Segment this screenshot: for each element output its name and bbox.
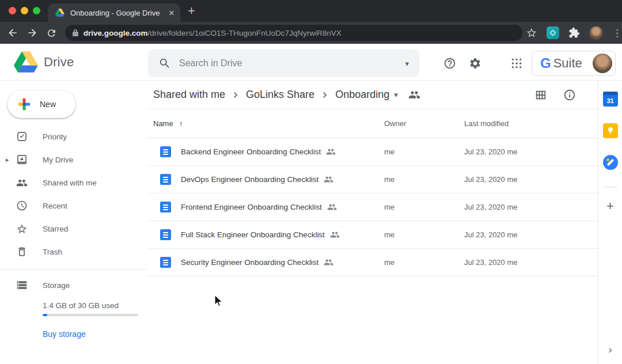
trash-icon [16,246,28,257]
sidebar-divider [0,269,147,270]
new-button[interactable]: New [7,90,75,118]
window-close-button[interactable] [9,7,16,14]
extension-badge-icon[interactable] [547,26,559,39]
info-icon[interactable] [563,89,576,101]
shared-people-icon [327,202,337,212]
window-controls [9,7,40,14]
toolbar-right: ⋮ [526,26,622,40]
main-content: Shared with me GoLinks Share Onboarding … [147,81,598,364]
address-bar[interactable]: drive.google.com/drive/folders/1oiCO1S-T… [65,25,522,41]
column-name-label: Name [153,119,173,128]
column-header-name[interactable]: Name ↑ [153,119,384,128]
drive-favicon [55,9,65,17]
file-row[interactable]: Frontend Engineer Onboarding Checklist m… [147,194,598,221]
sidebar-item-label: Priority [43,132,67,141]
file-name[interactable]: Frontend Engineer Onboarding Checklist [181,203,322,211]
bookmark-star-icon[interactable] [526,27,537,39]
file-row[interactable]: Backend Engineer Onboarding Checklist me… [147,138,598,166]
browser-toolbar: drive.google.com/drive/folders/1oiCO1S-T… [0,22,622,44]
breadcrumb-item-onboarding[interactable]: Onboarding [335,89,389,101]
browser-tab[interactable]: Onboarding - Google Drive × [48,3,180,22]
sidebar-item-label: Starred [43,225,68,233]
sidebar-item-storage[interactable]: Storage [0,274,147,297]
forward-button[interactable] [25,26,39,40]
file-name[interactable]: Backend Engineer Onboarding Checklist [181,147,321,156]
expand-caret-icon[interactable]: ▸ [6,156,9,164]
gsuite-g-logo: G [540,55,551,71]
extensions-puzzle-icon[interactable] [568,27,580,39]
apps-grid-icon [511,58,522,69]
keep-icon[interactable] [603,123,618,138]
file-name-cell: Security Engineer Onboarding Checklist [153,257,384,268]
browser-menu-icon[interactable]: ⋮ [612,28,622,38]
account-avatar[interactable] [593,54,612,73]
settings-button[interactable] [468,56,482,70]
grid-view-icon[interactable] [534,89,547,101]
my-drive-icon [16,154,28,165]
search-icon [158,57,171,70]
url-domain: drive.google.com [84,29,148,37]
file-owner: me [384,175,464,184]
file-name[interactable]: Security Engineer Onboarding Checklist [181,258,318,267]
screen: Onboarding - Google Drive × + drive.goog… [0,0,622,364]
buy-storage-link[interactable]: Buy storage [43,329,86,339]
browser-profile-avatar[interactable] [589,26,603,40]
breadcrumb-item-shared-with-me[interactable]: Shared with me [153,89,225,101]
folder-menu-caret-icon[interactable]: ▾ [394,90,398,99]
hide-panel-chevron-icon[interactable]: › [598,344,622,356]
back-button[interactable] [6,26,20,40]
file-name-cell: Backend Engineer Onboarding Checklist [153,146,384,157]
column-header-modified[interactable]: Last modified [464,119,592,128]
back-arrow-icon [7,27,18,39]
help-button[interactable] [443,56,457,70]
file-modified: Jul 23, 2020 me [464,175,592,184]
search-options-caret-icon[interactable]: ▾ [405,59,409,68]
mouse-cursor [212,294,225,308]
sidebar-item-my-drive[interactable]: ▸ My Drive [0,148,147,171]
gsuite-account-badge[interactable]: G Suite [532,51,616,76]
new-tab-button[interactable]: + [188,5,195,17]
search-input[interactable] [179,58,405,69]
reload-button[interactable] [45,26,59,40]
file-modified: Jul 23, 2020 me [464,258,592,267]
file-row[interactable]: Security Engineer Onboarding Checklist m… [147,249,598,276]
gear-icon [469,57,481,70]
window-minimize-button[interactable] [21,7,28,14]
get-add-ons-button[interactable]: + [606,200,614,213]
shared-people-icon [324,257,333,267]
file-owner: me [384,258,464,267]
file-owner: me [384,230,464,239]
sidebar-item-starred[interactable]: Starred [0,217,147,240]
file-list-header: Name ↑ Owner Last modified [147,109,598,138]
sidebar-item-label: Trash [43,248,62,256]
diamond-glyph-icon [549,29,557,37]
search-bar[interactable]: ▾ [148,50,419,77]
file-name[interactable]: DevOps Engineer Onboarding Checklist [181,175,318,184]
reload-icon [46,28,57,39]
tab-close-icon[interactable]: × [169,8,175,18]
breadcrumb-item-golinks-share[interactable]: GoLinks Share [246,89,314,101]
gsuite-label: Suite [553,56,593,71]
column-header-owner[interactable]: Owner [384,119,464,128]
sort-ascending-icon[interactable]: ↑ [179,119,183,128]
storage-progress-fill [43,314,47,316]
file-name[interactable]: Full Stack Engineer Onboarding Checklist [181,230,325,239]
file-row[interactable]: Full Stack Engineer Onboarding Checklist… [147,221,598,249]
shared-people-icon [324,175,333,184]
google-apps-button[interactable] [510,56,524,70]
window-zoom-button[interactable] [33,7,40,14]
tasks-icon[interactable] [603,155,618,170]
calendar-icon[interactable]: 31 [603,92,618,107]
lightbulb-glyph-icon [606,126,615,135]
storage-icon [16,279,28,291]
sidebar-nav: Priority ▸ My Drive Shared with me [0,125,147,263]
calendar-day-number: 31 [606,97,613,104]
sidebar-item-priority[interactable]: Priority [0,125,147,148]
sidebar-item-shared-with-me[interactable]: Shared with me [0,171,147,194]
side-panel-rail: 31 + › [598,81,622,364]
sidebar-item-recent[interactable]: Recent [0,194,147,217]
sidebar-item-trash[interactable]: Trash [0,240,147,263]
drive-logo-icon[interactable] [14,51,38,73]
file-row[interactable]: DevOps Engineer Onboarding Checklist me … [147,166,598,194]
breadcrumb: Shared with me GoLinks Share Onboarding … [147,81,598,109]
